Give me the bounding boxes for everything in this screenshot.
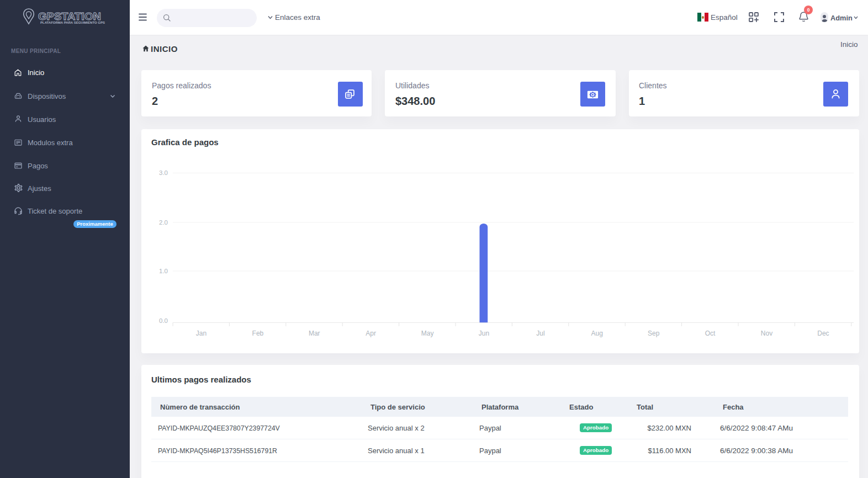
svg-text:May: May bbox=[421, 330, 434, 337]
svg-text:Nov: Nov bbox=[761, 330, 772, 337]
svg-text:Mar: Mar bbox=[309, 330, 320, 337]
svg-text:Dec: Dec bbox=[817, 330, 829, 337]
svg-text:Sep: Sep bbox=[648, 330, 660, 337]
svg-text:Jun: Jun bbox=[479, 330, 489, 337]
svg-text:Jul: Jul bbox=[536, 330, 544, 337]
svg-text:Feb: Feb bbox=[252, 330, 264, 337]
svg-text:Oct: Oct bbox=[705, 330, 716, 337]
svg-text:Aug: Aug bbox=[591, 330, 603, 337]
svg-text:3.0: 3.0 bbox=[159, 169, 168, 176]
svg-text:PLATAFORMA PARA SEGUIMIENTO GP: PLATAFORMA PARA SEGUIMIENTO GPS bbox=[40, 21, 105, 24]
svg-text:0.0: 0.0 bbox=[159, 317, 168, 324]
svg-text:Jan: Jan bbox=[196, 330, 207, 337]
svg-text:1.0: 1.0 bbox=[159, 268, 168, 274]
svg-text:2.0: 2.0 bbox=[159, 219, 168, 226]
svg-text:Apr: Apr bbox=[366, 330, 376, 337]
